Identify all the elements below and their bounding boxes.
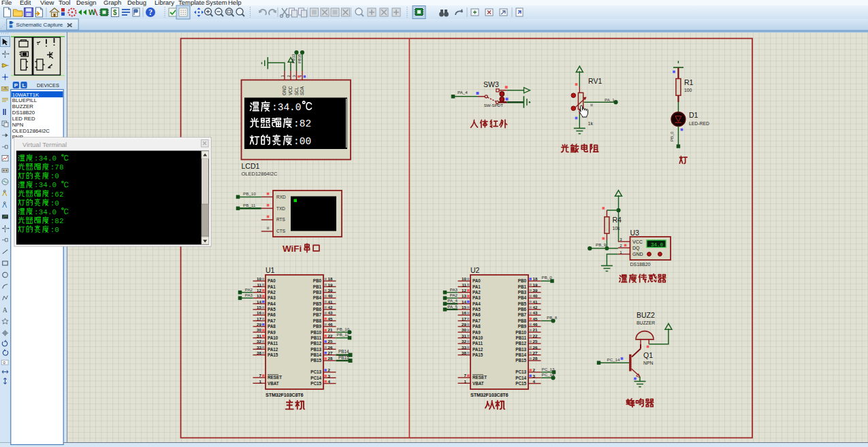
svg-text:25: 25 [533, 339, 538, 344]
svg-text:PB3: PB3 [313, 290, 322, 295]
svg-text:PB14: PB14 [338, 349, 349, 354]
svg-text:OLED12864I2C: OLED12864I2C [242, 171, 278, 177]
svg-text:PB9: PB9 [313, 324, 322, 329]
svg-text:PB12: PB12 [515, 341, 526, 346]
svg-text:1: 1 [464, 379, 467, 384]
svg-text:PA_4: PA_4 [447, 298, 457, 303]
svg-text:11: 11 [257, 282, 261, 287]
svg-text:PA15: PA15 [472, 352, 483, 357]
svg-text:PC_14: PC_14 [607, 357, 620, 362]
svg-text:PB6: PB6 [518, 307, 527, 312]
svg-text:43: 43 [328, 310, 333, 315]
svg-text:PB11: PB11 [311, 335, 322, 340]
svg-text:DEVICES: DEVICES [37, 82, 59, 88]
svg-text:15: 15 [462, 305, 466, 310]
svg-text:1: 1 [259, 379, 262, 384]
svg-text:42: 42 [328, 305, 333, 310]
svg-text:PA_5: PA_5 [447, 304, 457, 309]
svg-text:29: 29 [462, 322, 466, 327]
svg-text:Q1: Q1 [643, 351, 653, 359]
svg-text:PB_0: PB_0 [542, 275, 553, 280]
svg-text:GND: GND [632, 252, 643, 256]
svg-text:39: 39 [533, 288, 538, 293]
svg-text:17: 17 [462, 316, 466, 321]
svg-text:41: 41 [533, 299, 538, 304]
svg-text:PA_1: PA_1 [605, 97, 615, 102]
svg-text:2: 2 [287, 75, 291, 77]
svg-text:PB_0: PB_0 [670, 131, 674, 142]
svg-text:7: 7 [259, 373, 262, 378]
svg-text:PC13: PC13 [310, 369, 321, 374]
svg-text:PA2: PA2 [245, 287, 253, 292]
svg-text:12: 12 [462, 288, 466, 293]
svg-text:PB_11: PB_11 [337, 332, 350, 337]
svg-text:PB_10: PB_10 [337, 327, 350, 331]
svg-text::62: :62 [50, 191, 64, 199]
svg-text:10k: 10k [613, 226, 621, 231]
svg-text:?: ? [148, 8, 152, 16]
svg-text:PB14: PB14 [310, 352, 321, 357]
svg-text:PB0: PB0 [313, 278, 322, 283]
svg-text:32: 32 [257, 339, 261, 344]
svg-text:PB7: PB7 [313, 312, 322, 317]
svg-text:PA3: PA3 [245, 293, 253, 297]
svg-text:32: 32 [462, 339, 466, 344]
svg-text::78: :78 [50, 163, 64, 171]
svg-text:TXD: TXD [276, 206, 285, 211]
svg-text:PA5: PA5 [268, 307, 276, 312]
svg-text:Template: Template [178, 0, 205, 6]
svg-text:L: L [22, 82, 26, 88]
svg-text:PB_10: PB_10 [243, 191, 256, 196]
svg-text:PA3: PA3 [472, 295, 481, 300]
svg-text:28: 28 [533, 356, 538, 361]
svg-text:PA1: PA1 [268, 284, 276, 289]
svg-text:38: 38 [257, 350, 261, 355]
svg-text:41: 41 [328, 299, 333, 304]
svg-text:System: System [206, 0, 227, 6]
svg-text:STM32F103C8T6: STM32F103C8T6 [266, 392, 304, 398]
svg-text:7: 7 [464, 373, 467, 378]
svg-text:LED RED: LED RED [12, 116, 35, 122]
svg-text:LED-RED: LED-RED [689, 121, 709, 126]
svg-text:BUZ2: BUZ2 [637, 311, 655, 319]
svg-text:27: 27 [328, 350, 333, 355]
svg-text:PB_8: PB_8 [547, 315, 558, 320]
svg-text:3: 3 [292, 75, 296, 77]
svg-text:21: 21 [328, 327, 333, 332]
svg-text:DS18B20: DS18B20 [630, 262, 651, 267]
svg-text:PB7: PB7 [518, 312, 527, 317]
svg-text:22: 22 [533, 333, 538, 338]
svg-text:PB15: PB15 [338, 355, 349, 360]
svg-text:PB9: PB9 [518, 324, 527, 329]
svg-text:PA1: PA1 [472, 284, 481, 289]
svg-text:Help: Help [228, 0, 242, 6]
svg-text:40: 40 [533, 293, 538, 298]
svg-text:Design: Design [76, 0, 97, 6]
svg-text:Debug: Debug [127, 0, 146, 6]
svg-text:PB11: PB11 [516, 335, 527, 340]
svg-text:PB_11: PB_11 [243, 203, 256, 208]
svg-text:PA2: PA2 [472, 290, 481, 295]
svg-text:View: View [40, 0, 54, 6]
svg-text:PB13: PB13 [515, 347, 526, 352]
svg-text:22: 22 [328, 333, 333, 338]
svg-text:SW-SPDT: SW-SPDT [484, 103, 504, 107]
svg-text:PB15: PB15 [515, 358, 526, 363]
svg-text:2: 2 [328, 367, 331, 372]
svg-text:26: 26 [533, 345, 538, 350]
svg-text:34.0: 34.0 [651, 242, 664, 248]
svg-text:11: 11 [462, 282, 466, 287]
svg-text:RV1: RV1 [588, 77, 602, 85]
svg-text:29: 29 [257, 322, 261, 327]
svg-text:VBAT: VBAT [472, 381, 484, 386]
svg-text:18: 18 [328, 276, 333, 281]
svg-text:PB5: PB5 [313, 301, 322, 306]
svg-text:3: 3 [533, 374, 536, 378]
svg-text:RESET: RESET [472, 375, 487, 380]
svg-text::34.0: :34.0 [34, 208, 57, 216]
svg-text:40: 40 [328, 293, 333, 298]
svg-text:33: 33 [257, 345, 261, 350]
svg-text:NPN: NPN [12, 122, 23, 128]
svg-text:42: 42 [533, 305, 538, 310]
svg-text:43: 43 [533, 310, 538, 315]
